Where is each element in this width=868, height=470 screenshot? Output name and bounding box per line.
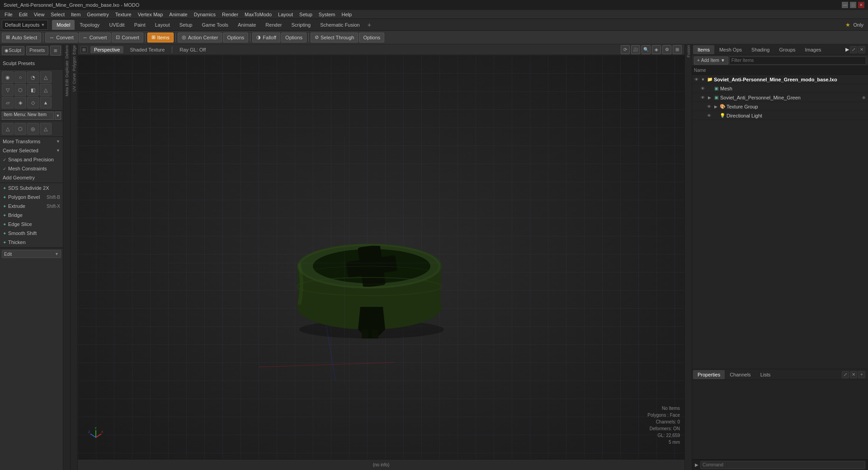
menu-help[interactable]: Help [339, 11, 354, 18]
auto-select-button[interactable]: ⊞ Auto Select [2, 33, 41, 42]
tool-polygon-bevel[interactable]: ✦ Polygon Bevel Shift-B [0, 193, 63, 202]
uv-label[interactable]: UV [72, 86, 76, 92]
tool-icon-1[interactable]: ◉ [2, 71, 14, 83]
tool-icon-9[interactable]: ▱ [2, 97, 14, 108]
prop-plus-icon[interactable]: + [858, 371, 865, 378]
maximize-button[interactable]: □ [850, 2, 856, 8]
menu-edit[interactable]: Edit [16, 11, 30, 18]
tree-row-root[interactable]: 👁 ▼ 📁 Soviet_Anti-Personnel_Mine_Green_m… [692, 75, 868, 84]
menu-animate[interactable]: Animate [166, 11, 190, 18]
tree-eye-light[interactable]: 👁 [706, 113, 712, 119]
tab-animate[interactable]: Animate [233, 20, 260, 30]
filter-items-input[interactable] [729, 56, 866, 65]
vp-reset-btn[interactable]: ⟳ [621, 45, 630, 54]
menu-layout[interactable]: Layout [275, 11, 296, 18]
right-tab-meshops[interactable]: Mesh Ops [715, 45, 746, 54]
vp-render-btn[interactable]: ◈ [652, 45, 661, 54]
tool-icon-5[interactable]: ▽ [2, 84, 14, 96]
right-tab-shading[interactable]: Shading [747, 45, 774, 54]
viewport-icon[interactable]: ⊞ [80, 46, 88, 53]
items-button[interactable]: ⊞ Items [147, 33, 174, 42]
menu-dynamics[interactable]: Dynamics [191, 11, 218, 18]
prop-expand-icon[interactable]: ⤢ [842, 371, 849, 378]
tab-model[interactable]: Model [52, 20, 75, 30]
right-panel-expand[interactable]: ⤢ [850, 46, 857, 53]
tab-uvedit[interactable]: UVEdit [104, 20, 129, 30]
tool2-icon-4[interactable]: △ [40, 123, 52, 135]
viewport-canvas[interactable]: No Items Polygons : Face Channels: 0 Def… [78, 55, 684, 459]
right-panel-close[interactable]: ✕ [858, 46, 865, 53]
tool-extrude[interactable]: ✦ Extrude Shift-X [0, 202, 63, 211]
item-menu-arrow[interactable]: ▼ [55, 112, 61, 120]
tool-icon-10[interactable]: ◈ [14, 97, 26, 108]
right-tab-images[interactable]: Images [801, 45, 826, 54]
tab-layout[interactable]: Layout [151, 20, 175, 30]
vp-expand-btn[interactable]: ⊞ [673, 45, 682, 54]
tool-bridge[interactable]: ✦ Bridge [0, 211, 63, 220]
tool-icon-4[interactable]: △ [40, 71, 52, 83]
presets-button[interactable]: Presets [26, 46, 49, 55]
prop-tab-channels[interactable]: Channels [725, 370, 755, 379]
meta-edit-label[interactable]: Meta Edit [65, 79, 69, 96]
menu-texture[interactable]: Texture [113, 11, 134, 18]
layout-selector[interactable]: Default Layouts ▼ [2, 20, 48, 30]
tree-eye-mine[interactable]: 👁 [699, 94, 706, 101]
tool2-icon-1[interactable]: △ [2, 123, 14, 135]
tree-eye-mesh[interactable]: 👁 [699, 85, 706, 92]
add-tab-button[interactable]: + [365, 20, 374, 29]
menu-item[interactable]: Item [68, 11, 83, 18]
menu-render[interactable]: Render [219, 11, 241, 18]
action-center-button[interactable]: ◎ Action Center [178, 33, 222, 42]
tool-thicken[interactable]: ✦ Thicken [0, 238, 63, 247]
tab-topology[interactable]: Topology [75, 20, 104, 30]
right-tab-groups[interactable]: Groups [774, 45, 800, 54]
tool-icon-7[interactable]: ◧ [27, 84, 39, 96]
polygon-label[interactable]: Polygon [72, 56, 76, 71]
tool2-icon-3[interactable]: ◎ [27, 123, 39, 135]
center-selected[interactable]: Center Selected ▼ [0, 146, 63, 155]
menu-maxtomodo[interactable]: MaxToModo [242, 11, 274, 18]
sculpt-presets-label[interactable]: Sculpt Presets [0, 57, 63, 70]
duplicate-label[interactable]: Duplicate [65, 61, 69, 78]
tree-row-texture[interactable]: 👁 ▶ 🎨 Texture Group [692, 102, 868, 111]
options-button-2[interactable]: Options [281, 33, 307, 42]
tree-eye-root[interactable]: 👁 [693, 76, 699, 83]
vp-cam-btn[interactable]: 🎥 [631, 45, 640, 54]
tool-icon-11[interactable]: ◇ [27, 97, 39, 108]
prop-tab-lists[interactable]: Lists [756, 370, 775, 379]
vp-tab-perspective[interactable]: Perspective [90, 46, 123, 53]
options-button-3[interactable]: Options [359, 33, 384, 42]
tab-setup[interactable]: Setup [175, 20, 197, 30]
tree-row-mine[interactable]: 👁 ▶ ▣ Soviet_Anti_Personnel_Mine_Green ⊕ [692, 93, 868, 102]
minimize-button[interactable]: — [842, 2, 848, 8]
add-item-button[interactable]: + Add Item ▼ [694, 56, 728, 65]
more-transforms[interactable]: More Transforms ▼ [0, 137, 63, 146]
tab-scripting[interactable]: Scripting [287, 20, 315, 30]
tab-schematic[interactable]: Schematic Fusion [316, 20, 364, 30]
tool-sds-subdivide[interactable]: ✦ SDS Subdivide 2X [0, 183, 63, 193]
fusion-label[interactable]: Fusion [686, 45, 691, 57]
item-menu-select[interactable]: Item Menu: New Item [2, 112, 54, 120]
tree-row-light[interactable]: 👁 ▶ 💡 Directional Light [692, 111, 868, 120]
convert-button-3[interactable]: ⊡ Convert [112, 33, 143, 42]
vp-search-btn[interactable]: 🔍 [642, 45, 651, 54]
tab-paint[interactable]: Paint [130, 20, 150, 30]
tab-gametools[interactable]: Game Tools [197, 20, 233, 30]
vp-tab-raygl[interactable]: Ray GL: Off [176, 46, 209, 53]
menu-vertexmap[interactable]: Vertex Map [135, 11, 166, 18]
edit-button[interactable]: Edit ▼ [2, 250, 61, 258]
curve-label[interactable]: Curve [72, 73, 76, 84]
prop-close-icon[interactable]: ✕ [850, 371, 857, 378]
select-through-button[interactable]: ⊘ Select Through [311, 33, 358, 42]
tree-row-mesh[interactable]: 👁 ▶ ▣ Mesh [692, 84, 868, 93]
vp-tab-shaded[interactable]: Shaded Texture [126, 46, 168, 53]
tool-edge-slice[interactable]: ✦ Edge Slice [0, 220, 63, 229]
tool-icon-12[interactable]: ▲ [40, 97, 52, 108]
options-button-1[interactable]: Options [223, 33, 248, 42]
mesh-constraints[interactable]: ✓ Mesh Constraints [0, 164, 63, 173]
tree-expand-texture[interactable]: ▶ [713, 104, 718, 109]
menu-setup[interactable]: Setup [297, 11, 315, 18]
tree-expand-mine[interactable]: ▶ [707, 95, 712, 100]
menu-select[interactable]: Select [48, 11, 67, 18]
menu-system[interactable]: System [316, 11, 338, 18]
